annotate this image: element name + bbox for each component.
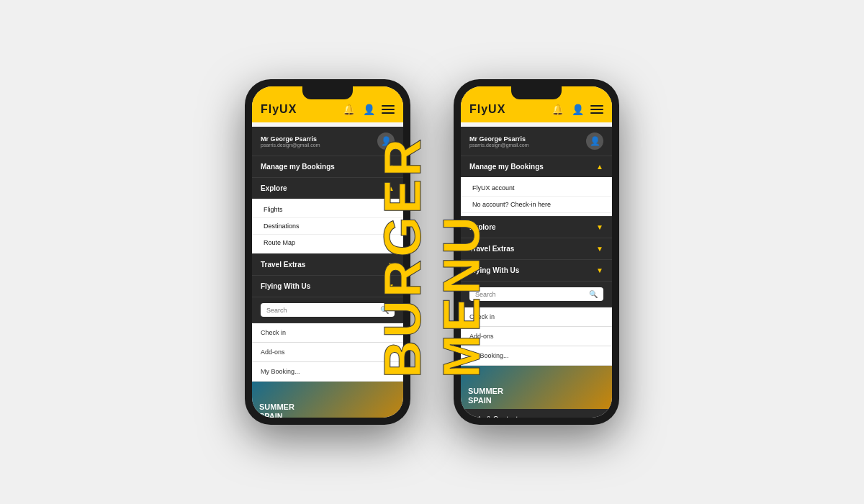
- bell-icon-2[interactable]: 🔔: [550, 102, 564, 117]
- destinations-item-1[interactable]: Destinations: [252, 218, 403, 235]
- menu-user-2: Mr George Psarris psarris.design@gmail.c…: [461, 127, 612, 156]
- check-in-link-2[interactable]: Check in: [461, 307, 612, 327]
- manage-bookings-row-1[interactable]: Manage my Bookings ▼: [252, 156, 403, 177]
- manage-bookings-row-2[interactable]: Manage my Bookings ▲: [461, 156, 612, 177]
- help-contact-link-2[interactable]: Help & Contact: [461, 409, 612, 418]
- explore-sub-menu-1: Flights Destinations Route Map: [252, 199, 403, 253]
- add-ons-link-1[interactable]: Add-ons: [252, 343, 403, 362]
- menu-user-1: Mr George Psarris psarris.design@gmail.c…: [252, 127, 403, 156]
- flyux-account-option[interactable]: FlyUX account: [461, 180, 612, 197]
- manage-bookings-chevron-1: ▼: [387, 163, 395, 171]
- search-input-1[interactable]: [266, 307, 377, 314]
- search-box-2: 🔍: [469, 287, 603, 301]
- search-box-1: 🔍: [261, 303, 395, 317]
- explore-chevron-1: ▲: [387, 184, 395, 192]
- flights-item-1[interactable]: Flights: [252, 202, 403, 218]
- flying-with-us-section-1: Flying With Us ▼: [252, 276, 403, 297]
- menu-overlay-2: Mr George Psarris psarris.design@gmail.c…: [461, 127, 612, 418]
- user-info-2: Mr George Psarris psarris.design@gmail.c…: [469, 135, 529, 148]
- summer-text-2: SUMMERSPAIN: [468, 387, 503, 405]
- my-bookings-link-1[interactable]: My Booking...: [252, 362, 403, 382]
- user-avatar-1[interactable]: 👤: [377, 132, 395, 150]
- flying-with-us-chevron-1: ▼: [387, 282, 395, 290]
- travel-extras-row-1[interactable]: Travel Extras ▼: [252, 254, 403, 275]
- travel-extras-row-2[interactable]: Travel Extras ▼: [461, 238, 612, 259]
- phone-1: FlyUX 🔔 👤 Mr George Psarris psarris.desi…: [245, 79, 410, 425]
- user-icon[interactable]: 👤: [361, 102, 376, 117]
- manage-bookings-section-1: Manage my Bookings ▼: [252, 156, 403, 178]
- header-icons-1: 🔔 👤: [341, 102, 395, 117]
- phone-notch-2: [511, 86, 562, 99]
- travel-extras-chevron-1: ▼: [387, 261, 395, 269]
- manage-bookings-label-2: Manage my Bookings: [469, 163, 544, 171]
- header-icons-2: 🔔 👤: [550, 102, 603, 117]
- summer-text-1: SUMMERSPAIN: [259, 402, 294, 418]
- summer-banner-1: SUMMERSPAIN: [252, 382, 403, 418]
- user-name-2: Mr George Psarris: [469, 135, 529, 143]
- user-name-1: Mr George Psarris: [261, 135, 320, 143]
- burger-menu-icon-2[interactable]: [590, 105, 603, 114]
- explore-row-1[interactable]: Explore ▲: [252, 178, 403, 199]
- phone-2: FlyUX 🔔 👤 Mr George Psarris psarris.desi…: [454, 79, 619, 425]
- logo-1: FlyUX: [261, 103, 297, 116]
- explore-row-2[interactable]: Explore ▼: [461, 217, 612, 238]
- travel-extras-section-2: Travel Extras ▼: [461, 238, 612, 260]
- travel-extras-section-1: Travel Extras ▼: [252, 254, 403, 276]
- flying-with-us-chevron-2: ▼: [596, 266, 603, 274]
- manage-bookings-dropdown-2: FlyUX account No account? Check-in here: [461, 177, 612, 216]
- check-in-link-1[interactable]: Check in: [252, 323, 403, 343]
- quick-links-1: Check in Add-ons My Booking...: [252, 323, 403, 382]
- manage-bookings-label-1: Manage my Bookings: [261, 163, 335, 171]
- summer-banner-2: SUMMERSPAIN: [461, 366, 612, 409]
- travel-extras-label-2: Travel Extras: [469, 245, 514, 253]
- flying-with-us-label-2: Flying With Us: [469, 266, 519, 274]
- flying-with-us-section-2: Flying With Us ▼: [461, 260, 612, 282]
- travel-extras-label-1: Travel Extras: [261, 261, 305, 269]
- explore-label-1: Explore: [261, 184, 287, 192]
- user-avatar-2[interactable]: 👤: [586, 132, 603, 150]
- explore-section-2: Explore ▼: [461, 217, 612, 238]
- route-map-item-1[interactable]: Route Map: [252, 235, 403, 251]
- menu-overlay-1: Mr George Psarris psarris.design@gmail.c…: [252, 127, 403, 418]
- quick-links-2: Check in Add-ons My Booking...: [461, 307, 612, 366]
- manage-bookings-chevron-2: ▲: [596, 163, 603, 171]
- user-icon-2[interactable]: 👤: [570, 102, 585, 117]
- logo-2: FlyUX: [469, 103, 505, 116]
- manage-bookings-section-2: Manage my Bookings ▲ FlyUX account No ac…: [461, 156, 612, 217]
- my-bookings-link-2[interactable]: My Booking...: [461, 346, 612, 366]
- menu-search-2: 🔍: [461, 282, 612, 307]
- user-email-1: psarris.design@gmail.com: [261, 143, 320, 148]
- burger-menu-icon[interactable]: [382, 105, 395, 114]
- bell-icon[interactable]: 🔔: [341, 102, 356, 117]
- flying-with-us-row-2[interactable]: Flying With Us ▼: [461, 260, 612, 281]
- explore-label-2: Explore: [469, 223, 496, 231]
- user-info-1: Mr George Psarris psarris.design@gmail.c…: [261, 135, 320, 148]
- explore-section-1: Explore ▲ Flights Destinations Route Map: [252, 178, 403, 254]
- no-account-option[interactable]: No account? Check-in here: [461, 197, 612, 213]
- explore-chevron-2: ▼: [596, 223, 603, 231]
- flying-with-us-row-1[interactable]: Flying With Us ▼: [252, 276, 403, 297]
- search-icon-1: 🔍: [380, 306, 389, 314]
- search-icon-2: 🔍: [589, 290, 598, 298]
- travel-extras-chevron-2: ▼: [596, 245, 603, 253]
- user-email-2: psarris.design@gmail.com: [469, 143, 529, 148]
- search-input-2[interactable]: [475, 291, 586, 298]
- add-ons-link-2[interactable]: Add-ons: [461, 327, 612, 346]
- menu-search-1: 🔍: [252, 297, 403, 323]
- flying-with-us-label-1: Flying With Us: [261, 282, 310, 290]
- phone-notch-1: [302, 86, 353, 99]
